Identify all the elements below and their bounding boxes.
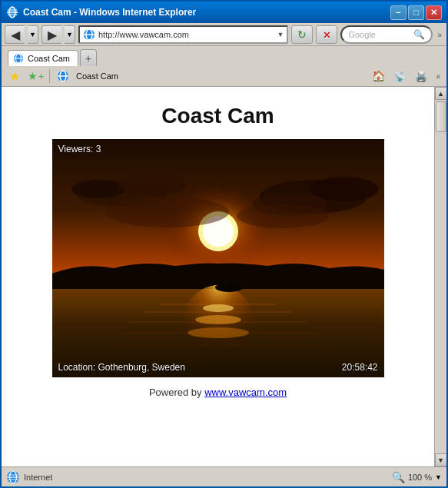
svg-point-20 [118,174,187,196]
zoom-icon: 🔍 [392,471,405,483]
content-area: Coast Cam [2,87,446,466]
links-more-button[interactable]: » [434,71,442,82]
scroll-up-button[interactable]: ▲ [435,87,447,100]
powered-by-section: Powered by www.vawcam.com [149,387,287,398]
status-section-internet: Internet [6,467,52,486]
address-text: http://www.vawcam.com [98,30,274,39]
links-separator-1 [49,69,50,83]
cam-frame: Viewers: 3 Location: Gothenburg, Sweden … [52,139,384,377]
forward-dropdown[interactable]: ▼ [65,25,75,44]
location-label: Location: Gothenburg, Sweden [58,362,185,373]
cam-image [52,139,384,377]
status-text: Internet [24,473,52,482]
tab-bar: Coast Cam + [2,46,446,66]
search-bar[interactable]: Google 🔍 [340,25,433,44]
svg-point-19 [71,180,125,198]
svg-point-36 [187,327,249,338]
viewers-label: Viewers: 3 [58,144,101,154]
time-label: 20:58:42 [342,362,378,373]
address-bar[interactable]: http://www.vawcam.com ▼ [78,25,288,44]
favorites-star-icon[interactable]: ★ [6,68,23,85]
page-title: Coast Cam [161,104,274,128]
tab-label-repeat: Coast Cam [76,71,118,81]
svg-point-34 [203,304,234,312]
zoom-text: 100 % [408,473,432,482]
minimize-button[interactable]: − [390,5,407,20]
tab-label: Coast Cam [28,54,70,63]
ie-favicon-icon [55,68,71,85]
browser-window: Coast Cam - Windows Internet Explorer − … [0,0,448,488]
tab-coast-cam[interactable]: Coast Cam [8,50,78,66]
scrollbar: ▲ ▼ [434,87,446,466]
feeds-icon[interactable]: 📡 [391,68,408,85]
window-controls: − □ ✕ [390,5,442,20]
scroll-track[interactable] [435,100,446,453]
search-placeholder: Google [348,30,413,39]
page-content: Coast Cam [2,87,434,466]
svg-point-24 [106,197,229,227]
svg-point-37 [215,283,243,292]
title-bar-left: Coast Cam - Windows Internet Explorer [6,6,196,18]
close-button[interactable]: ✕ [426,5,442,20]
toolbar-area: ◀ ▼ ▶ ▼ http://www.vawcam.com ▼ ↻ [2,23,446,46]
back-button[interactable]: ◀ [5,25,25,44]
scroll-down-button[interactable]: ▼ [435,453,447,466]
ie-window-icon [6,6,18,18]
svg-point-25 [237,204,329,228]
address-ie-icon [83,28,95,41]
address-dropdown-arrow[interactable]: ▼ [277,31,284,38]
refresh-button[interactable]: ↻ [291,25,313,44]
status-bar: Internet 🔍 100 % ▼ [2,466,446,486]
home-icon[interactable]: 🏠 [370,68,387,85]
zoom-section: 🔍 100 % ▼ [392,471,442,483]
links-bar: ★ ★+ Coast Cam 🏠 📡 🖨️ » [2,66,446,87]
window-title: Coast Cam - Windows Internet Explorer [23,7,196,18]
new-tab-button[interactable]: + [80,49,97,66]
add-favorites-icon[interactable]: ★+ [28,68,45,85]
search-icon[interactable]: 🔍 [413,29,425,40]
svg-point-35 [195,315,241,324]
more-tools-button[interactable]: » [436,29,443,41]
stop-button[interactable]: ✕ [316,25,337,44]
scroll-thumb[interactable] [436,101,446,132]
powered-by-text: Powered by [149,387,204,398]
title-bar: Coast Cam - Windows Internet Explorer − … [2,2,446,23]
tab-favicon [13,53,24,64]
nav-row: ◀ ▼ ▶ ▼ http://www.vawcam.com ▼ ↻ [5,25,443,44]
back-dropdown[interactable]: ▼ [28,25,38,44]
print-icon[interactable]: 🖨️ [413,68,430,85]
powered-by-link[interactable]: www.vawcam.com [204,387,287,398]
zoom-dropdown-arrow[interactable]: ▼ [435,473,442,481]
forward-button[interactable]: ▶ [41,25,61,44]
internet-globe-icon [6,470,20,484]
maximize-button[interactable]: □ [408,5,424,20]
